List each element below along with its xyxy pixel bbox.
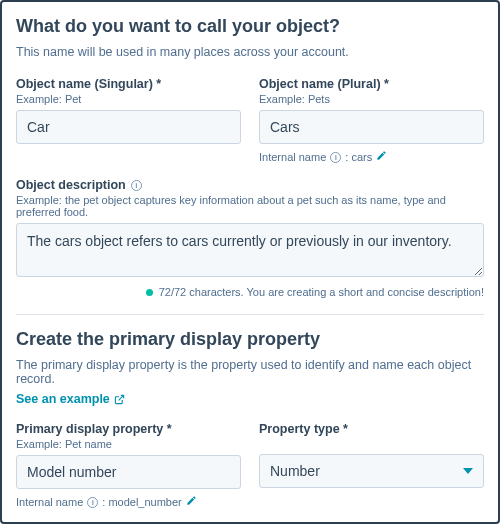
see-example-text: See an example (16, 392, 110, 406)
pencil-icon[interactable] (376, 150, 387, 164)
singular-example: Example: Pet (16, 93, 241, 105)
section2-subtitle: The primary display property is the prop… (16, 358, 484, 386)
plural-example: Example: Pets (259, 93, 484, 105)
section1-subtitle: This name will be used in many places ac… (16, 45, 484, 59)
section1-heading: What do you want to call your object? (16, 16, 484, 37)
plural-input[interactable] (259, 110, 484, 144)
status-dot-icon (146, 289, 153, 296)
singular-input[interactable] (16, 110, 241, 144)
description-input[interactable] (16, 223, 484, 277)
divider (16, 314, 484, 315)
singular-label: Object name (Singular) * (16, 77, 241, 91)
description-label: Object description (16, 178, 126, 192)
description-example: Example: the pet object captures key inf… (16, 194, 484, 218)
section2-heading: Create the primary display property (16, 329, 484, 350)
char-count-note: 72/72 characters. You are creating a sho… (159, 286, 484, 298)
info-icon[interactable]: i (131, 180, 142, 191)
external-link-icon (114, 394, 125, 405)
plural-internal-value: : cars (345, 151, 372, 163)
see-example-link[interactable]: See an example (16, 392, 125, 406)
property-type-label: Property type * (259, 422, 484, 436)
property-type-select[interactable]: Number (259, 454, 484, 488)
info-icon[interactable]: i (330, 152, 341, 163)
plural-label: Object name (Plural) * (259, 77, 484, 91)
svg-line-0 (118, 395, 123, 400)
plural-internal-label: Internal name (259, 151, 326, 163)
property-internal-value: : model_number (102, 496, 182, 508)
property-label: Primary display property * (16, 422, 241, 436)
property-type-value: Number (270, 463, 320, 479)
property-input[interactable] (16, 455, 241, 489)
info-icon[interactable]: i (87, 497, 98, 508)
chevron-down-icon (463, 468, 473, 474)
pencil-icon[interactable] (186, 495, 197, 509)
property-example: Example: Pet name (16, 438, 241, 450)
property-internal-label: Internal name (16, 496, 83, 508)
